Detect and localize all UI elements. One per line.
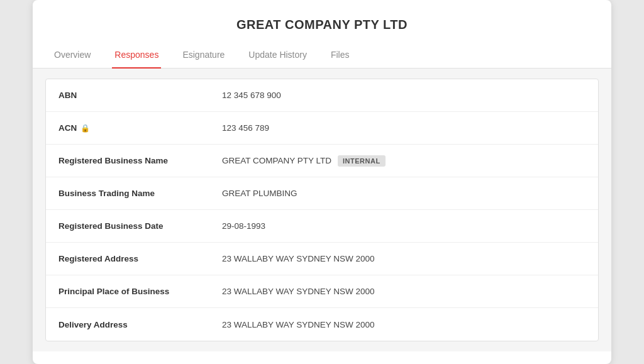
table-row: Registered Business Name GREAT COMPANY P… bbox=[46, 145, 598, 177]
tab-overview[interactable]: Overview bbox=[52, 42, 93, 69]
table-row: Business Trading Name GREAT PLUMBING bbox=[46, 177, 598, 210]
row-value-registered-business-name: GREAT COMPANY PTY LTD INTERNAL bbox=[222, 155, 586, 167]
row-label-business-trading-name: Business Trading Name bbox=[58, 189, 222, 198]
table-row: Registered Business Date 29-08-1993 bbox=[46, 210, 598, 243]
row-value-business-trading-name: GREAT PLUMBING bbox=[222, 189, 586, 198]
row-label-delivery-address: Delivery Address bbox=[58, 320, 222, 329]
row-label-principal-place-of-business: Principal Place of Business bbox=[58, 287, 222, 296]
row-value-registered-business-date: 29-08-1993 bbox=[222, 221, 586, 231]
row-value-delivery-address: 23 WALLABY WAY SYDNEY NSW 2000 bbox=[222, 320, 586, 329]
table-row: ABN 12 345 678 900 bbox=[46, 79, 598, 112]
row-label-registered-address: Registered Address bbox=[58, 254, 222, 263]
tab-files[interactable]: Files bbox=[328, 42, 352, 69]
tab-update-history[interactable]: Update History bbox=[246, 42, 309, 69]
content-area: ABN 12 345 678 900 ACN 🔒 123 456 789 bbox=[33, 69, 611, 351]
company-title: GREAT COMPANY PTY LTD bbox=[45, 18, 599, 32]
table-row: ACN 🔒 123 456 789 bbox=[46, 112, 598, 145]
row-value-registered-address: 23 WALLABY WAY SYDNEY NSW 2000 bbox=[222, 254, 586, 263]
tab-esignature[interactable]: Esignature bbox=[180, 42, 227, 69]
internal-badge[interactable]: INTERNAL bbox=[338, 155, 386, 167]
tab-bar: Overview Responses Esignature Update His… bbox=[33, 42, 611, 69]
row-value-abn: 12 345 678 900 bbox=[222, 91, 586, 100]
row-label-acn: ACN 🔒 bbox=[58, 123, 222, 133]
row-label-registered-business-name: Registered Business Name bbox=[58, 156, 222, 165]
row-label-abn: ABN bbox=[58, 91, 222, 100]
lock-icon: 🔒 bbox=[80, 124, 90, 133]
row-label-registered-business-date: Registered Business Date bbox=[58, 221, 222, 231]
table-row: Delivery Address 23 WALLABY WAY SYDNEY N… bbox=[46, 308, 598, 341]
table-row: Registered Address 23 WALLABY WAY SYDNEY… bbox=[46, 243, 598, 275]
responses-table: ABN 12 345 678 900 ACN 🔒 123 456 789 bbox=[45, 79, 599, 341]
tab-responses[interactable]: Responses bbox=[112, 42, 161, 69]
row-value-acn: 123 456 789 bbox=[222, 123, 586, 133]
table-row: Principal Place of Business 23 WALLABY W… bbox=[46, 275, 598, 308]
row-value-principal-place-of-business: 23 WALLABY WAY SYDNEY NSW 2000 bbox=[222, 287, 586, 296]
main-card: GREAT COMPANY PTY LTD Overview Responses… bbox=[33, 0, 611, 364]
card-header: GREAT COMPANY PTY LTD bbox=[33, 0, 611, 32]
